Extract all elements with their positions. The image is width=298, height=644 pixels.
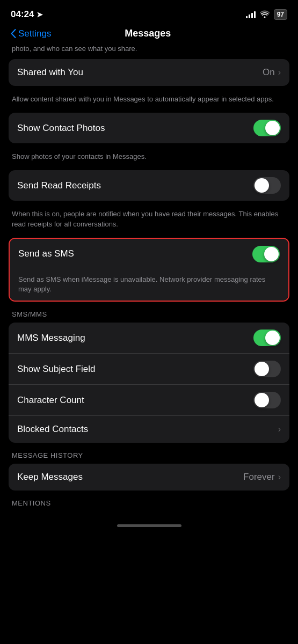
show-contact-photos-row[interactable]: Show Contact Photos [9, 113, 289, 143]
status-right: 97 [246, 9, 287, 20]
show-subject-field-label: Show Subject Field [17, 364, 96, 375]
mms-messaging-label: MMS Messaging [17, 333, 85, 343]
page-title: Messages [125, 28, 171, 39]
chevron-icon: › [278, 425, 281, 434]
send-as-sms-description: Send as SMS when iMessage is unavailable… [10, 269, 288, 301]
show-subject-field-toggle[interactable] [253, 361, 281, 377]
mms-messaging-row[interactable]: MMS Messaging [9, 323, 289, 354]
home-indicator [0, 520, 298, 529]
send-read-receipts-group: Send Read Receipts [9, 170, 289, 201]
battery-indicator: 97 [274, 9, 287, 20]
status-time: 04:24 ➤ [11, 9, 43, 20]
main-content: photo, and who can see what you share. S… [0, 45, 298, 511]
mentions-label: MENTIONS [9, 499, 289, 511]
character-count-label: Character Count [17, 395, 84, 406]
wifi-icon [260, 10, 270, 19]
message-history-label: MESSAGE HISTORY [9, 451, 289, 464]
keep-messages-label: Keep Messages [17, 472, 83, 482]
shared-with-you-row[interactable]: Shared with You On › [9, 59, 289, 86]
send-read-receipts-row[interactable]: Send Read Receipts [9, 170, 289, 201]
character-count-toggle[interactable] [253, 392, 281, 408]
character-count-row[interactable]: Character Count [9, 385, 289, 416]
sms-mms-group: MMS Messaging Show Subject Field Charact… [9, 323, 289, 443]
send-as-sms-label: Send as SMS [18, 248, 74, 259]
keep-messages-value: Forever [243, 472, 275, 482]
send-as-sms-toggle[interactable] [252, 246, 280, 262]
blocked-contacts-label: Blocked Contacts [17, 424, 88, 435]
show-contact-photos-group: Show Contact Photos [9, 113, 289, 143]
shared-with-you-value: On › [263, 67, 281, 78]
message-history-group: Keep Messages Forever › [9, 464, 289, 491]
back-button[interactable]: Settings [11, 28, 51, 39]
blocked-contacts-row[interactable]: Blocked Contacts › [9, 416, 289, 443]
shared-with-you-label: Shared with You [17, 67, 83, 78]
back-label: Settings [18, 28, 51, 39]
chevron-icon: › [278, 472, 281, 482]
location-icon: ➤ [37, 10, 43, 19]
status-bar: 04:24 ➤ 97 [0, 0, 298, 26]
partial-description: photo, and who can see what you share. [9, 45, 289, 59]
signal-icon [246, 11, 256, 18]
keep-messages-row[interactable]: Keep Messages Forever › [9, 464, 289, 491]
show-subject-field-row[interactable]: Show Subject Field [9, 354, 289, 385]
show-contact-photos-label: Show Contact Photos [17, 123, 105, 134]
chevron-icon: › [278, 68, 281, 77]
send-read-receipts-description: When this is on, people are notified whe… [9, 205, 289, 237]
send-as-sms-row[interactable]: Send as SMS [10, 239, 288, 269]
send-read-receipts-toggle[interactable] [253, 177, 281, 194]
send-read-receipts-label: Send Read Receipts [17, 180, 101, 191]
home-bar [117, 524, 181, 527]
send-as-sms-highlighted-group: Send as SMS Send as SMS when iMessage is… [9, 238, 289, 302]
show-contact-photos-description: Show photos of your contacts in Messages… [9, 148, 289, 170]
mms-messaging-toggle[interactable] [253, 330, 281, 346]
shared-with-you-description: Allow content shared with you in Message… [9, 90, 289, 113]
show-contact-photos-toggle[interactable] [253, 120, 281, 136]
sms-mms-section-label: SMS/MMS [9, 310, 289, 323]
nav-bar: Settings Messages [0, 26, 298, 45]
shared-with-you-group: Shared with You On › [9, 59, 289, 86]
